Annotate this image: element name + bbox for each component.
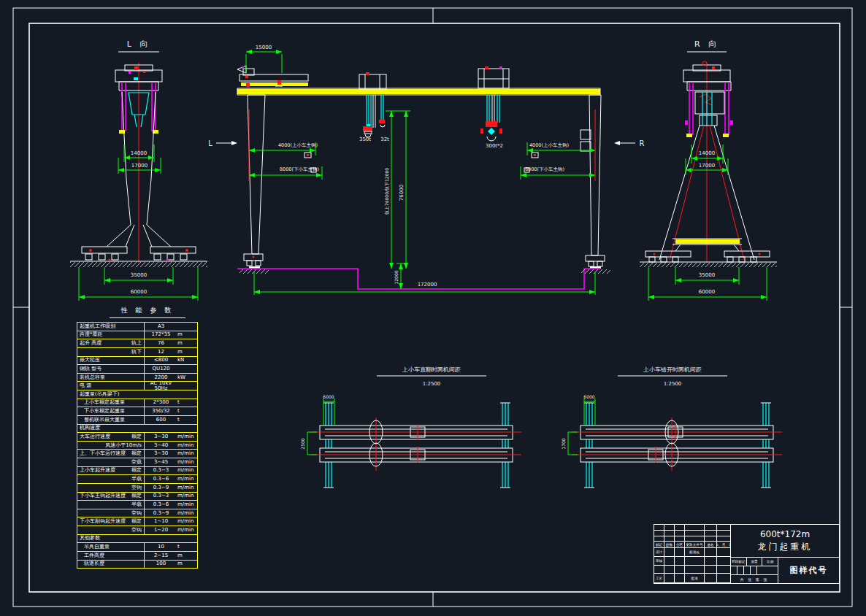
role-approve: 批准 (685, 574, 705, 583)
plan-a-top-dim: 6000 (323, 394, 334, 399)
cad-sheet: L 向 (0, 0, 866, 616)
dim-span: 172000 (418, 282, 437, 288)
section-letter-right: R (640, 139, 645, 147)
table-row: 空载3~45m/min (77, 458, 197, 466)
section-marker-left: L (208, 139, 237, 147)
left-view-title: L 向 (127, 39, 151, 49)
dim-rope-span-right: 14000 (699, 150, 715, 156)
table-row: 起重机工作级别A3 (77, 323, 197, 331)
plan-b-top-dim: 6000 (583, 394, 594, 399)
parameters-table: 起重机工作级别A3跨度*基距172*35m起升 高度轨上76m轨下12m最大轮压… (77, 322, 198, 569)
table-row: 空钩1~20m/min (77, 525, 197, 534)
scale-header: 比例 (762, 558, 778, 566)
lower-trolley: 350t 32t (359, 72, 389, 142)
table-row: 上小车起升速度额定0.3~3m/min (77, 466, 197, 475)
table-row: 下小车主钩起升速度额定0.3~3m/min (77, 492, 197, 501)
plan-a-legs (323, 403, 510, 488)
section-letter-left: L (208, 139, 212, 147)
table-section-row: 起重量(吊具梁下) (77, 390, 197, 399)
drawing-code-cell: 图样代号 (778, 558, 839, 583)
dim-upper-hook-left: 4000(上小车主钩) (278, 142, 318, 148)
dim-lower-hook-left: 8000(下小车主钩) (280, 166, 319, 172)
table-row: 起升 高度轨上76m (77, 339, 197, 347)
dim-bogie-span-left: 35000 (131, 272, 147, 278)
plan-a-title: 上小车直翻时两机间距 (402, 366, 461, 373)
role-check: 审核 (654, 557, 664, 566)
dim-base-span-right: 60000 (699, 289, 715, 295)
rev-header-mark: 标记 (654, 542, 664, 548)
rev-header-doc: 更改文件号 (685, 542, 705, 548)
dim-frame-span-left: 17000 (131, 163, 147, 169)
plan-b-side-dim: 1700 (561, 438, 566, 449)
dim-lower-hook-right: 8000(下小车主钩) (525, 166, 564, 172)
table-row: 下小车额定起重量350/32t (77, 407, 197, 415)
title-block-revision-grid: 标记 处数 分区 更改文件号 签名 年、月、日 设计 标准化 审核 工艺 批准 (654, 525, 731, 583)
table-row: 轨道长度100m (77, 560, 197, 569)
table-section-row: 机构速度 (77, 424, 197, 433)
table-row: 跨度*基距172*35m (77, 331, 197, 339)
right-view-title: R 向 (694, 39, 719, 49)
table-row: 钢轨 型号QU120 (77, 364, 197, 373)
plan-view-staggered: 上小车错开时两机间距 1:2500 6000 1700 (561, 366, 782, 488)
label-aux-hook: 32t (380, 136, 389, 142)
title-block: 标记 处数 分区 更改文件号 签名 年、月、日 设计 标准化 审核 工艺 批准 … (654, 524, 840, 584)
ground-hatch (70, 262, 207, 267)
table-row: 空钩0.3~9m/min (77, 483, 197, 492)
plan-b-legs (584, 403, 771, 488)
table-row: 大车运行速度额定3~30m/min (77, 432, 197, 441)
parameters-table-title: 性 能 参 数 (110, 306, 185, 318)
dim-rope-span-left: 14000 (131, 150, 147, 156)
dim-bogie-span-right: 35000 (699, 272, 715, 278)
table-row: 最大轮压≤800kN (77, 356, 197, 365)
left-end-view: L 向 (70, 39, 207, 301)
dim-height: 76000 (399, 185, 405, 201)
table-row: 轨下12m (77, 347, 197, 356)
role-process: 工艺 (654, 574, 664, 583)
title-block-right: 600t*172m 龙门起重机 阶段标记 质量 比例 共 张 第 张 图样代号 (731, 525, 839, 583)
role-design: 设计 (654, 548, 664, 557)
table-row: 上小车额定起重量2*300t (77, 399, 197, 407)
sheet-count: 共 张 第 张 (731, 575, 778, 583)
label-upper-hooks: 300t*2 (486, 143, 503, 149)
rev-header-date: 年、月、日 (717, 542, 730, 548)
right-end-view: R 向 (640, 39, 777, 301)
dim-jib: 15000 (256, 45, 272, 50)
plan-a-side-dim: 2500 (300, 438, 305, 449)
plan-view-aligned: 上小车直翻时两机间距 1:2500 6000 2500 (300, 366, 521, 488)
table-row: 上、下小车运行速度额定3~30m/min (77, 449, 197, 458)
table-row: 下小车副钩起升速度额定1~10m/min (77, 517, 197, 525)
weight-header: 质量 (747, 558, 763, 566)
table-row: 空钩0.3~9m/min (77, 509, 197, 517)
table-row: 吊具自重量10t (77, 542, 197, 551)
stage-header: 阶段标记 (731, 558, 747, 566)
dim-frame-span-right: 17000 (699, 163, 715, 169)
table-row: 电 源AC 10kV 50Hz (77, 381, 197, 390)
jib: 15000 (237, 45, 308, 87)
dim-rail-levels: 轨上76000/轨下12000 (384, 168, 389, 215)
table-row: 工件高度2~15m (77, 551, 197, 560)
plan-a-scale: 1:2500 (423, 381, 441, 387)
stage-mark-grid: 阶段标记 质量 比例 共 张 第 张 (731, 558, 778, 583)
table-section-row: 其他参数 (77, 534, 197, 543)
table-row: 风速小于10m/s3~40m/min (77, 441, 197, 450)
dim-base-span-left: 60000 (131, 289, 147, 295)
product-model: 600t*172m (760, 529, 810, 539)
label-main-hook: 350t (359, 136, 371, 142)
dim-upper-hook-right: 4000(上小车主钩) (529, 142, 569, 148)
table-row: 半载0.3~6m/min (77, 500, 197, 509)
table-row: 半载0.3~6m/min (77, 474, 197, 483)
table-row: 整机联吊最大重量600t (77, 415, 197, 424)
dim-pit-depth: 12000 (394, 270, 399, 284)
product-name: 龙门起重机 (758, 541, 813, 553)
rev-header-count: 处数 (664, 542, 675, 548)
product-title-cell: 600t*172m 龙门起重机 (731, 525, 839, 558)
role-standard: 标准化 (685, 548, 705, 557)
parameters-table-body: 起重机工作级别A3跨度*基距172*35m起升 高度轨上76m轨下12m最大轮压… (77, 323, 197, 568)
rev-header-sign: 签名 (705, 542, 717, 548)
elevation-view: 15000 L R (208, 45, 644, 295)
section-marker-right: R (614, 139, 645, 147)
rev-header-zone: 分区 (675, 542, 685, 548)
plan-b-scale: 1:2500 (664, 381, 682, 387)
table-row: 装机总容量2200kW (77, 373, 197, 382)
plan-b-title: 上小车错开时两机间距 (643, 366, 702, 373)
